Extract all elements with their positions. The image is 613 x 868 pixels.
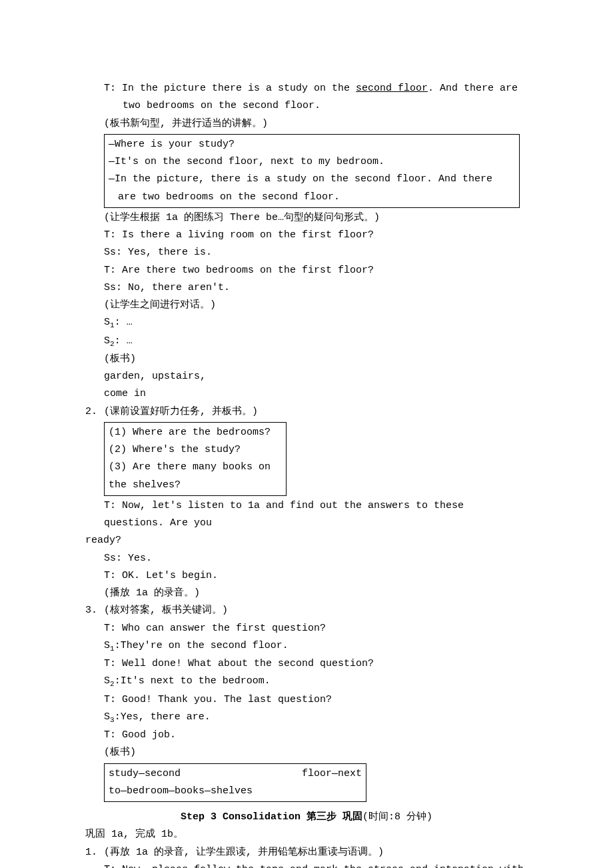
dialog-line: S1:They're on the second floor. xyxy=(85,637,528,655)
item-number: 3. xyxy=(85,602,104,619)
box-line: —Where is your study? xyxy=(109,136,515,153)
step-3-heading: Step 3 Consolidation 第三步 巩固(时间:8 分钟) xyxy=(85,807,528,826)
dialog-line: S1: … xyxy=(85,314,528,332)
boxed-example-1: —Where is your study? —It's on the secon… xyxy=(104,134,520,208)
item-number: 2. xyxy=(85,403,104,421)
numbered-item-3: 3. (核对答案, 板书关键词。) xyxy=(85,602,528,619)
box-line: to—bedroom—books—shelves xyxy=(109,783,362,800)
dialog-line: Ss: Yes. xyxy=(85,550,528,567)
underlined-text: second floor xyxy=(356,83,428,94)
dialog-line: T: Who can answer the first question? xyxy=(85,620,528,637)
dialog-line: S3:Yes, there are. xyxy=(85,709,528,727)
box-line: (1) Where are the bedrooms? xyxy=(109,424,282,441)
box-text: study—second xyxy=(109,765,181,783)
item-text: (再放 1a 的录音, 让学生跟读, 并用铅笔标出重读与语调。) xyxy=(104,844,528,861)
dialog-line: T: In the picture there is a study on th… xyxy=(85,80,528,115)
item-number: 1. xyxy=(85,844,104,861)
section-intro: 巩固 1a, 完成 1b。 xyxy=(85,826,528,843)
box-line: —It's on the second floor, next to my be… xyxy=(109,153,515,171)
vocab-line: come in xyxy=(85,385,528,403)
dialog-line: S2:It's next to the bedroom. xyxy=(85,673,528,691)
dialog-line-cont: ready? xyxy=(85,532,528,549)
dialog-line: T: Well done! What about the second ques… xyxy=(85,655,528,673)
dialog-line: S2: … xyxy=(85,333,528,351)
boxed-keywords: study—second floor—next to—bedroom—books… xyxy=(104,763,366,803)
box-row: study—second floor—next xyxy=(109,765,362,783)
numbered-item-2: 2. (课前设置好听力任务, 并板书。) xyxy=(85,403,528,421)
dialog-line: T: Good! Thank you. The last question? xyxy=(85,691,528,709)
dialog-line: T: OK. Let's begin. xyxy=(85,567,528,585)
note-line: (播放 1a 的录音。) xyxy=(85,585,528,602)
box-line: —In the picture, there is a study on the… xyxy=(109,171,515,206)
dialog-line: Ss: Yes, there is. xyxy=(85,244,528,261)
item-text: (核对答案, 板书关键词。) xyxy=(104,602,528,619)
numbered-item-1b: 1. (再放 1a 的录音, 让学生跟读, 并用铅笔标出重读与语调。) xyxy=(85,844,528,861)
dialog-line: T: Are there two bedrooms on the first f… xyxy=(85,262,528,279)
note-line: (板书) xyxy=(85,744,528,761)
note-line: (让学生之间进行对话。) xyxy=(85,297,528,314)
vocab-line: garden, upstairs, xyxy=(85,368,528,385)
dialog-line: T: Is there a living room on the first f… xyxy=(85,227,528,244)
box-text: floor—next xyxy=(302,765,362,783)
boxed-questions: (1) Where are the bedrooms? (2) Where's … xyxy=(104,422,287,496)
dialog-line: Ss: No, there aren't. xyxy=(85,279,528,297)
step-title-rest: (时间:8 分钟) xyxy=(362,811,432,823)
note-line: (板书新句型, 并进行适当的讲解。) xyxy=(85,115,528,133)
item-text: (课前设置好听力任务, 并板书。) xyxy=(104,403,528,421)
document-body: T: In the picture there is a study on th… xyxy=(85,80,528,868)
step-title-bold: Step 3 Consolidation 第三步 巩固 xyxy=(181,811,362,823)
dialog-line: T: Now, please follow the tape and mark … xyxy=(85,861,528,868)
note-line: (让学生根据 1a 的图练习 There be…句型的疑问句形式。) xyxy=(85,209,528,227)
box-line: (2) Where's the study? xyxy=(109,441,282,459)
note-line: (板书) xyxy=(85,351,528,368)
dialog-line: T: Now, let's listen to 1a and find out … xyxy=(85,497,528,533)
box-line: (3) Are there many books on the shelves? xyxy=(109,459,282,494)
dialog-line: T: Good job. xyxy=(85,727,528,744)
